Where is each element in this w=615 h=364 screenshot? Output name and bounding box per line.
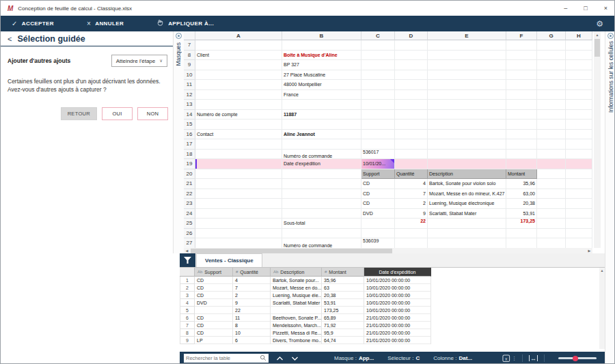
sheet-cell[interactable] (506, 229, 537, 239)
sheet-cell[interactable] (195, 150, 282, 160)
row-header[interactable]: 27 (184, 238, 195, 248)
table-cell[interactable]: 21/01/2020 00:00:00 (364, 322, 431, 329)
sheet-cell[interactable] (566, 60, 592, 70)
row-header[interactable]: 25 (184, 219, 195, 229)
sheet-cell[interactable] (506, 70, 537, 81)
sheet-cell[interactable] (195, 189, 282, 199)
sheet-cell[interactable] (566, 159, 592, 169)
table-cell[interactable]: 21/01/2020 00:00:00 (364, 314, 431, 322)
table-cell[interactable]: Pizzetti, Messa di Re... (271, 329, 322, 337)
sheet-cell[interactable] (195, 179, 282, 189)
sheet-cell[interactable] (537, 150, 566, 160)
table-cell[interactable]: 6 (233, 337, 271, 344)
column-header[interactable]: A (195, 31, 282, 40)
sheet-cell[interactable] (537, 189, 566, 199)
sheet-cell[interactable]: France (282, 90, 361, 100)
column-header[interactable]: F (506, 31, 537, 40)
row-header[interactable]: 21 (184, 179, 195, 189)
sheet-cell[interactable] (395, 130, 428, 140)
sheet-cell[interactable] (428, 90, 506, 100)
non-button[interactable]: NON (137, 107, 168, 120)
sheet-cell[interactable] (537, 199, 566, 209)
sheet-cell[interactable] (195, 90, 282, 100)
sheet-cell[interactable]: 11887 (282, 110, 361, 120)
table-cell[interactable]: 173,25 (322, 307, 364, 314)
sheet-cell[interactable] (282, 229, 361, 239)
sheet-cell[interactable] (537, 219, 566, 229)
table-cell[interactable]: 2 (233, 292, 271, 299)
row-header[interactable]: 16 (184, 130, 195, 140)
sheet-cell[interactable] (428, 70, 506, 81)
sheet-cell[interactable] (361, 90, 395, 100)
sheet-cell[interactable] (566, 40, 592, 51)
oui-button[interactable]: OUI (102, 107, 133, 120)
pin-icon[interactable] (176, 33, 182, 39)
sheet-cell[interactable] (361, 40, 395, 51)
sheet-cell[interactable] (537, 169, 566, 180)
sheet-cell[interactable]: Mozart, Messe en do mineur, K.427 (428, 189, 506, 199)
sheet-cell[interactable]: 48000 Montpellier (282, 80, 361, 90)
sheet-cell[interactable] (537, 60, 566, 70)
sheet-cell[interactable] (566, 130, 592, 140)
sheet-cell[interactable] (537, 110, 566, 120)
sheet-cell[interactable]: 22 (395, 219, 428, 229)
sheet-cell[interactable] (428, 150, 506, 160)
column-header[interactable]: B (282, 31, 361, 40)
table-cell[interactable]: 9 (233, 299, 271, 307)
apply-to-button[interactable]: APPLIQUER À... (156, 19, 214, 28)
sheet-cell[interactable] (566, 139, 592, 150)
sheet-cell[interactable] (395, 40, 428, 51)
table-cell[interactable]: 8 (233, 322, 271, 329)
sheet-cell[interactable]: 53,91 (506, 209, 537, 219)
sheet-cell[interactable]: Sous-total (282, 219, 361, 229)
table-row-number[interactable]: 6 (180, 314, 195, 322)
sheet-cell[interactable] (195, 159, 282, 169)
status-column[interactable]: Colonne : Dat... (433, 355, 472, 361)
sheet-cell[interactable] (282, 139, 361, 150)
sheet-cell[interactable] (566, 90, 592, 100)
row-header[interactable]: 19 (184, 159, 195, 169)
table-filter-icon[interactable] (180, 253, 195, 267)
table-cell[interactable]: 63 (322, 284, 364, 292)
sheet-cell[interactable] (195, 100, 282, 110)
sheet-cell[interactable] (566, 238, 592, 248)
back-chevron-icon[interactable]: < (8, 35, 12, 43)
table-column-header[interactable]: #Quantité (233, 268, 271, 277)
table-cell[interactable]: CD (195, 277, 233, 284)
sheet-cell[interactable] (506, 80, 537, 90)
sheet-cell[interactable] (566, 70, 592, 81)
table-row-number[interactable]: 8 (180, 329, 195, 337)
table-cell[interactable]: Luening, Musique éle... (271, 292, 322, 299)
sheet-cell[interactable] (395, 238, 428, 248)
sheet-cell[interactable]: Contact (195, 130, 282, 140)
sheet-cell[interactable] (195, 60, 282, 70)
sheet-cell[interactable]: Description (428, 169, 506, 180)
column-header[interactable]: C (361, 31, 395, 40)
sheet-cell[interactable] (361, 51, 395, 61)
row-header[interactable]: 10 (184, 70, 195, 81)
table-cell[interactable]: CD (195, 284, 233, 292)
cancel-button[interactable]: × ANNULER (87, 20, 124, 27)
status-masque[interactable]: Masque : App... (334, 355, 374, 361)
sheet-cell[interactable]: Luening, Musique électronique (428, 199, 506, 209)
sheet-cell[interactable]: 2 (395, 199, 428, 209)
maximize-button[interactable]: □ (584, 5, 587, 12)
table-row-number[interactable]: 9 (180, 337, 195, 344)
table-cell[interactable]: CD (195, 329, 233, 337)
table-column-header[interactable]: Date d'expédition (364, 268, 431, 277)
sheet-cell[interactable] (537, 179, 566, 189)
sheet-cell[interactable] (537, 40, 566, 51)
table-cell[interactable]: 10 (233, 329, 271, 337)
sheet-cell[interactable] (506, 120, 537, 130)
sheet-cell[interactable] (395, 51, 428, 61)
sheet-cell[interactable]: 173,25 (506, 219, 537, 229)
sheet-cell[interactable] (361, 80, 395, 90)
hscroll-thumb[interactable] (191, 249, 392, 253)
sheet-cell[interactable]: Client (195, 51, 282, 61)
table-cell[interactable]: 10/01/2020 00:00:00 (364, 299, 431, 307)
table-cell[interactable] (271, 307, 322, 314)
sheet-cell[interactable] (537, 159, 566, 169)
sheet-cell[interactable]: 536039 (361, 238, 395, 248)
sheet-cell[interactable] (195, 80, 282, 90)
table-cell[interactable]: 65,89 (322, 314, 364, 322)
